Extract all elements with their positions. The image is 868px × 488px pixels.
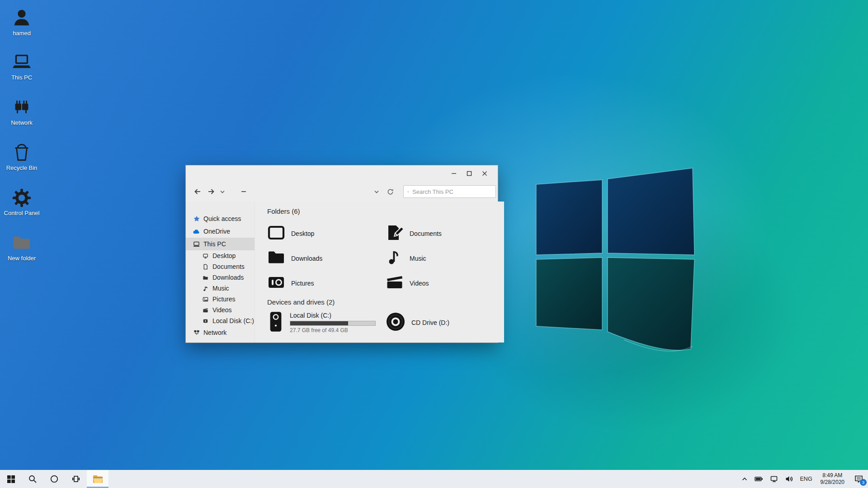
start-button[interactable] [0,470,22,488]
refresh-icon[interactable] [384,185,396,198]
cloud-icon [193,228,200,235]
devices-group-heading[interactable]: Devices and drives (2) [267,298,504,306]
music-note-icon [386,249,404,268]
download-folder-mini-icon [202,274,209,281]
forward-button[interactable] [205,185,217,198]
devices-row: Local Disk (C:) 27.7 GB free of 49.4 GB [267,311,504,334]
action-center-button[interactable]: 3 [849,470,868,488]
desktop-icon-recycle-bin[interactable]: Recycle Bin [1,140,42,171]
close-button[interactable] [477,167,492,180]
sidebar-item-music[interactable]: Music [186,283,255,294]
sidebar-item-label: Documents [212,263,245,270]
sidebar-item-documents[interactable]: Documents [186,261,255,272]
desktop-icon-label: hamed [1,30,42,37]
folders-grid: Desktop Documents [267,221,504,296]
taskbar-clock[interactable]: 8:49 AM 9/28/2020 [816,470,849,488]
pc-icon [1,50,42,72]
sidebar-item-onedrive[interactable]: OneDrive [186,225,255,238]
sidebar-item-downloads[interactable]: Downloads [186,272,255,283]
folder-tile-downloads[interactable]: Downloads [267,246,386,271]
sidebar-item-videos[interactable]: Videos [186,305,255,315]
clock-time: 8:49 AM [822,472,842,479]
desktop-icon-label: Network [1,119,42,126]
minimize-button[interactable] [446,167,462,180]
address-dropdown-caret-icon[interactable] [370,185,383,198]
desktop-icon-hamed[interactable]: hamed [1,5,42,37]
titlebar[interactable] [186,165,498,182]
sidebar-item-pictures[interactable]: Pictures [186,294,255,305]
folder-tile-label: Documents [410,230,442,237]
hard-drive-icon [267,311,284,334]
pictures-icon [267,273,285,293]
folder-tile-pictures[interactable]: Pictures [267,271,386,296]
battery-icon [755,475,763,483]
disk-progress-fill [290,321,348,325]
sidebar-item-label: Pictures [212,296,236,303]
folder-tile-desktop[interactable]: Desktop [267,221,386,246]
task-view-icon [72,475,80,483]
desktop-icon-label: This PC [1,74,42,81]
navigation-toolbar [186,182,498,202]
back-button[interactable] [191,185,204,198]
music-note-mini-icon [202,285,209,292]
language-indicator[interactable]: ENG [797,470,816,488]
network-mini-icon [193,329,200,336]
clock-date: 9/28/2020 [821,479,844,486]
breadcrumb-icon[interactable] [237,185,250,198]
sidebar-item-this-pc[interactable]: This PC [186,238,255,250]
desktop-icon [267,224,285,244]
task-view-button[interactable] [65,470,87,488]
battery-status[interactable] [751,470,767,488]
folder-tile-music[interactable]: Music [386,246,504,271]
folder-tile-documents[interactable]: Documents [386,221,504,246]
ethernet-icon [770,475,778,483]
desktop-icon-new-folder[interactable]: New folder [1,230,42,262]
desktop-mini-icon [202,253,209,259]
picture-mini-icon [202,296,209,303]
desktop-icon-control-panel[interactable]: Control Panel [1,185,42,216]
video-mini-icon [202,307,209,314]
search-input[interactable] [412,188,492,195]
drive-tile-cd[interactable]: CD Drive (D:) [386,311,449,334]
sidebar-item-label: Downloads [212,274,244,281]
desktop-icon-network[interactable]: Network [1,95,42,126]
search-box[interactable] [403,185,496,198]
sidebar-item-desktop[interactable]: Desktop [186,250,255,261]
folder-tile-label: Desktop [291,230,314,237]
disk-usage-bar [290,321,376,326]
disk-mini-icon [202,318,209,324]
cortana-button[interactable] [43,470,65,488]
volume-status[interactable] [782,470,797,488]
star-icon [193,216,200,222]
recent-locations-caret-icon[interactable] [218,185,226,198]
taskbar-search-button[interactable] [22,470,43,488]
recycle-bin-icon [1,140,42,163]
sidebar-item-local-disk[interactable]: Local Disk (C:) [186,315,255,326]
drive-tile-local-disk[interactable]: Local Disk (C:) 27.7 GB free of 49.4 GB [267,311,386,334]
maximize-button[interactable] [462,167,477,180]
desktop-icon-label: Recycle Bin [1,164,42,171]
folder-tile-label: Music [410,255,426,262]
user-icon [1,5,42,28]
desktop-icon-this-pc[interactable]: This PC [1,50,42,81]
folders-group-heading[interactable]: Folders (6) [267,207,504,216]
videos-clapperboard-icon [386,273,404,293]
sidebar-item-label: Quick access [203,215,241,222]
desktop-icon-label: New folder [1,255,42,262]
windows-logo-icon [7,475,15,483]
tray-overflow-button[interactable] [738,470,751,488]
file-explorer-taskbar-button[interactable] [87,470,108,488]
wallpaper-windows-logo [533,166,701,361]
folder-tile-videos[interactable]: Videos [386,271,504,296]
drive-label: Local Disk (C:) [290,312,376,319]
file-explorer-window: Quick access OneDrive This PC [185,165,498,343]
system-tray: ENG 8:49 AM 9/28/2020 3 [738,470,868,488]
sidebar-item-label: Videos [212,306,232,314]
cd-disc-icon [386,312,406,333]
sidebar-item-quick-access[interactable]: Quick access [186,212,255,225]
sidebar-item-network[interactable]: Network [186,326,255,339]
folder-tile-label: Videos [410,280,429,287]
network-status[interactable] [767,470,782,488]
computer-icon [193,241,200,248]
sidebar-item-label: Local Disk (C:) [212,317,254,324]
